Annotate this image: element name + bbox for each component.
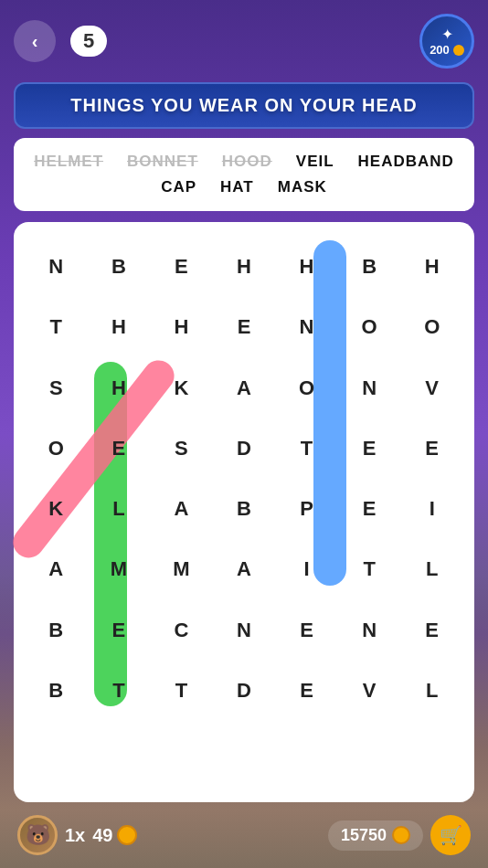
grid-cell-2-2[interactable]: K — [150, 358, 213, 418]
grid-cell-2-0[interactable]: S — [25, 358, 88, 418]
grid-cell-2-5[interactable]: N — [338, 358, 401, 418]
grid-cell-3-4[interactable]: T — [275, 418, 338, 479]
grid-cell-3-5[interactable]: E — [338, 418, 401, 479]
grid-cell-0-3[interactable]: H — [213, 237, 276, 297]
word-helmet: HELMET — [30, 151, 107, 173]
category-title: THINGS YOU WEAR ON YOUR HEAD — [70, 95, 418, 115]
grid-cell-3-1[interactable]: E — [88, 418, 151, 479]
grid-cell-7-3[interactable]: D — [213, 661, 276, 721]
grid-cell-5-4[interactable]: I — [275, 539, 338, 599]
grid-cell-4-3[interactable]: B — [213, 479, 276, 539]
level-badge: 5 — [70, 26, 107, 57]
grid-cell-7-1[interactable]: T — [88, 661, 151, 721]
category-banner: THINGS YOU WEAR ON YOUR HEAD — [14, 82, 474, 129]
grid-cell-7-6[interactable]: L — [400, 661, 463, 721]
grid-cell-2-3[interactable]: A — [213, 358, 276, 418]
grid-cell-1-4[interactable]: N — [275, 297, 338, 357]
star-count: 200 — [430, 43, 450, 57]
star-icon: ✦ — [441, 26, 453, 43]
multiplier: 1x — [65, 825, 85, 846]
grid-cell-7-2[interactable]: T — [150, 661, 213, 721]
grid-cell-0-1[interactable]: B — [88, 237, 151, 297]
grid-cell-1-2[interactable]: H — [150, 297, 213, 357]
grid-cell-7-5[interactable]: V — [338, 661, 401, 721]
word-list: HELMET BONNET HOOD VEIL HEADBAND CAP HAT… — [28, 151, 460, 198]
grid-cell-5-6[interactable]: L — [400, 539, 463, 599]
header-left: ‹ 5 — [14, 20, 107, 62]
grid-cell-7-4[interactable]: E — [275, 661, 338, 721]
grid-cell-4-5[interactable]: E — [338, 479, 401, 539]
grid-cell-6-4[interactable]: E — [275, 600, 338, 661]
grid-cell-5-0[interactable]: A — [25, 539, 88, 599]
cart-button[interactable]: 🛒 — [430, 815, 471, 855]
grid-cell-0-4[interactable]: H — [275, 237, 338, 297]
word-veil: VEIL — [292, 151, 338, 173]
header: ‹ 5 ✦ 200 — [14, 9, 474, 73]
grid-cell-3-0[interactable]: O — [25, 418, 88, 479]
grid-cell-3-3[interactable]: D — [213, 418, 276, 479]
grid-cell-3-6[interactable]: E — [400, 418, 463, 479]
grid-cell-4-1[interactable]: L — [88, 479, 151, 539]
grid-cell-4-4[interactable]: P — [275, 479, 338, 539]
grid-cell-7-0[interactable]: B — [25, 661, 88, 721]
grid-cell-0-6[interactable]: H — [400, 237, 463, 297]
bear-icon: 🐻 — [17, 815, 58, 855]
grid-panel: NBEHHBHTHHENOOSHKAONVOESDTEEKLABPEIAMMAI… — [14, 222, 474, 802]
grid-cell-4-2[interactable]: A — [150, 479, 213, 539]
grid-cell-6-5[interactable]: N — [338, 600, 401, 661]
grid-cell-6-6[interactable]: E — [400, 600, 463, 661]
coin-icon — [117, 825, 137, 845]
grid-cell-5-5[interactable]: T — [338, 539, 401, 599]
grid-cell-2-6[interactable]: V — [400, 358, 463, 418]
coins-value: 49 — [92, 825, 112, 846]
word-hood: HOOD — [218, 151, 276, 173]
star-badge: ✦ 200 — [419, 14, 474, 69]
grid-cell-0-2[interactable]: E — [150, 237, 213, 297]
score-box: 15750 — [328, 820, 423, 851]
grid-cell-1-1[interactable]: H — [88, 297, 151, 357]
grid-cell-1-6[interactable]: O — [400, 297, 463, 357]
bottom-right: 15750 🛒 — [328, 815, 471, 855]
grid-cell-1-5[interactable]: O — [338, 297, 401, 357]
grid-cell-1-3[interactable]: E — [213, 297, 276, 357]
grid-cell-0-0[interactable]: N — [25, 237, 88, 297]
grid-cell-2-4[interactable]: O — [275, 358, 338, 418]
word-bonnet: BONNET — [123, 151, 202, 173]
grid-cell-5-3[interactable]: A — [213, 539, 276, 599]
word-hat: HAT — [217, 176, 258, 198]
grid-cell-4-0[interactable]: K — [25, 479, 88, 539]
score-value: 15750 — [341, 826, 387, 845]
grid-cell-6-0[interactable]: B — [25, 600, 88, 661]
grid-cell-4-6[interactable]: I — [400, 479, 463, 539]
back-icon: ‹ — [32, 31, 38, 52]
grid-cell-6-2[interactable]: C — [150, 600, 213, 661]
grid-cell-6-1[interactable]: E — [88, 600, 151, 661]
back-button[interactable]: ‹ — [14, 20, 56, 62]
grid-cell-6-3[interactable]: N — [213, 600, 276, 661]
grid-cell-0-5[interactable]: B — [338, 237, 401, 297]
bottom-bar: 🐻 1x 49 15750 🛒 — [14, 808, 474, 859]
word-list-panel: HELMET BONNET HOOD VEIL HEADBAND CAP HAT… — [14, 138, 474, 211]
grid-cell-5-1[interactable]: M — [88, 539, 151, 599]
smiley-icon — [392, 826, 410, 844]
grid-cell-1-0[interactable]: T — [25, 297, 88, 357]
word-headband: HEADBAND — [355, 151, 458, 173]
grid-cell-3-2[interactable]: S — [150, 418, 213, 479]
word-mask: MASK — [274, 176, 331, 198]
bottom-left: 🐻 1x 49 — [17, 815, 137, 855]
coin-count: 49 — [92, 825, 136, 846]
grid-cell-2-1[interactable]: H — [88, 358, 151, 418]
letter-grid[interactable]: NBEHHBHTHHENOOSHKAONVOESDTEEKLABPEIAMMAI… — [25, 237, 463, 721]
grid-cell-5-2[interactable]: M — [150, 539, 213, 599]
word-cap: CAP — [157, 176, 200, 198]
star-coin-icon — [453, 45, 464, 56]
